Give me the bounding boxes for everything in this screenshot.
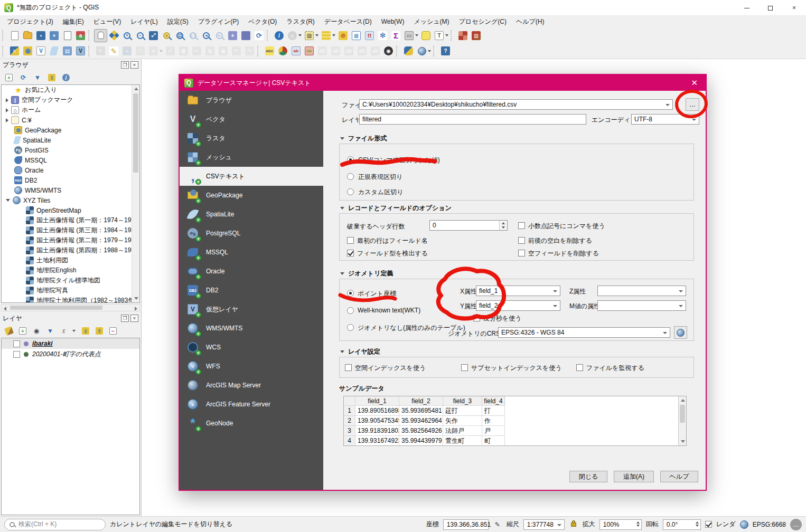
refresh-icon[interactable]: ⟳ (252, 29, 266, 42)
change-label-icon[interactable]: ab (342, 44, 355, 58)
discard-empty-fields-checkbox[interactable] (518, 250, 525, 256)
scale-select[interactable]: 1:377748 (523, 519, 565, 530)
help-contents-icon[interactable]: ? (439, 44, 452, 58)
browser-tree-item[interactable]: WMS/WMTS (2, 185, 132, 195)
zoom-out-icon[interactable]: − (134, 29, 147, 42)
properties-widget-icon[interactable]: i (61, 73, 71, 82)
menu-web[interactable]: Web(W) (377, 16, 409, 27)
regex-format-radio[interactable] (347, 173, 354, 180)
plugin-red-icon-2[interactable]: ▥ (470, 29, 483, 42)
pan-map-icon[interactable] (94, 29, 107, 42)
rotation-spinner[interactable]: 0.0° (663, 519, 701, 530)
new-bookmark-icon[interactable]: + (226, 29, 239, 42)
spin-up-icon[interactable] (502, 222, 505, 224)
browser-tree-item[interactable]: XYZ Tiles (2, 195, 132, 205)
new-geopackage-layer-icon[interactable] (21, 44, 34, 58)
menu-plugins[interactable]: プラグイン(P) (193, 16, 243, 28)
menu-edit[interactable]: 編集(E) (58, 16, 89, 28)
open-attribute-table-icon[interactable]: ▦ (350, 29, 363, 42)
zoom-to-layer-icon[interactable]: ▤ (173, 29, 186, 42)
rotate-label-icon[interactable]: ab (329, 44, 342, 58)
processing-options-icon[interactable]: ✻ (376, 29, 389, 42)
column-header[interactable]: field_4 (482, 396, 505, 406)
browser-tree-item[interactable]: 国土画像情報 (第二期：1979～1983 (2, 235, 132, 245)
new-shapefile-layer-icon[interactable]: V (34, 44, 48, 58)
first-row-fieldnames-checkbox[interactable] (347, 237, 354, 244)
layer-settings-section-header[interactable]: レイヤ設定 (340, 347, 380, 356)
dialog-sidebar-item-geonode[interactable]: *+GeoNode (180, 414, 323, 433)
vertex-tool-icon[interactable]: ⌖ (147, 44, 160, 58)
magnifier-spinner[interactable]: 100% (599, 519, 642, 530)
dialog-sidebar-item-postgresql[interactable]: Pg+PostgreSQL (180, 224, 323, 243)
dialog-sidebar-item-oracle[interactable]: +Oracle (180, 262, 323, 281)
menu-layer[interactable]: レイヤ(L) (126, 16, 163, 28)
spin-up-icon[interactable] (696, 521, 699, 524)
detect-field-types-checkbox[interactable] (347, 250, 354, 256)
table-vertical-scrollbar[interactable] (678, 396, 686, 445)
close-panel-icon[interactable]: × (130, 315, 138, 322)
dialog-sidebar-item-mesh[interactable]: +メッシュ (180, 148, 323, 167)
m-field-select[interactable] (597, 300, 686, 311)
zoom-last-icon[interactable]: ◂ (200, 29, 213, 42)
browser-tree-item[interactable]: 国土画像情報 (第四期：1988～1990 (2, 245, 132, 255)
collapse-all-icon[interactable]: ⇧ (47, 73, 57, 82)
dialog-sidebar-item-wcs[interactable]: +WCS (180, 338, 323, 357)
expander-icon[interactable] (6, 98, 8, 102)
paste-features-icon[interactable]: ▣ (217, 44, 230, 58)
column-header[interactable]: field_2 (399, 396, 443, 406)
spin-down-icon[interactable] (502, 226, 505, 229)
scroll-up-icon[interactable] (134, 88, 138, 90)
menu-database[interactable]: データベース(D) (320, 16, 377, 28)
watch-file-checkbox[interactable] (576, 364, 583, 371)
layer-name-input[interactable]: filtered (359, 114, 586, 125)
dialog-sidebar-item-arcgis-feature[interactable]: ▲ArcGIS Feature Server (180, 395, 323, 414)
scroll-left-icon[interactable] (4, 307, 6, 311)
style-manager-icon[interactable]: a (74, 29, 87, 42)
browser-tree-item[interactable]: 国土画像情報 (第三期：1984～1986 (2, 225, 132, 235)
close-panel-icon[interactable]: × (130, 61, 138, 69)
close-dialog-button[interactable]: 閉じる (569, 471, 607, 482)
float-panel-icon[interactable]: ❐ (121, 315, 129, 322)
geometry-section-header[interactable]: ジオメトリ定義 (340, 269, 393, 278)
help-button[interactable]: ヘルプ (660, 471, 698, 482)
field-calculator-icon[interactable]: ⁝⁝ (363, 29, 376, 42)
browser-tree-item[interactable]: GeoPackage (2, 125, 132, 135)
collapse-all-icon[interactable]: ⇧ (95, 326, 104, 336)
pan-to-selection-icon[interactable] (107, 29, 120, 42)
records-section-header[interactable]: レコードとフィールドのオプション (340, 204, 452, 213)
redo-icon[interactable]: ↷ (243, 44, 256, 58)
label-tool-icon-1[interactable]: ab (355, 44, 369, 58)
save-layer-edits-icon[interactable]: ▪ (120, 44, 134, 58)
filter-browser-icon[interactable]: ▼ (33, 73, 42, 82)
discard-header-spinner[interactable]: 0 (429, 220, 508, 231)
dms-checkbox[interactable] (473, 315, 480, 321)
coordinate-input[interactable]: 139.366,36.851 (443, 519, 489, 530)
dropdown-arrow-icon[interactable] (160, 50, 163, 52)
toolbar-grip[interactable] (88, 46, 92, 56)
file-format-section-header[interactable]: ファイル形式 (340, 134, 387, 143)
wkt-radio[interactable] (347, 307, 354, 314)
manage-map-themes-icon[interactable]: ◉ (32, 326, 41, 336)
browser-tree-item[interactable]: SpatiaLite (2, 135, 132, 145)
toolbar-grip[interactable] (433, 46, 437, 56)
scrollbar-thumb[interactable] (133, 93, 138, 173)
open-layer-styling-icon[interactable] (4, 326, 14, 336)
plugin-red-icon-1[interactable] (456, 29, 470, 42)
metasearch-icon[interactable]: ◉ (382, 44, 395, 58)
layer-visibility-checkbox[interactable] (13, 340, 20, 347)
browser-vertical-scrollbar[interactable] (132, 85, 139, 302)
spin-down-icon[interactable] (696, 525, 699, 527)
browser-tree-item[interactable]: 土地利用図 (2, 255, 132, 265)
add-feature-icon[interactable]: ⁘ (134, 44, 147, 58)
delete-selected-icon[interactable]: 🗑 (177, 44, 190, 58)
remove-layer-icon[interactable]: − (108, 326, 118, 336)
deselect-features-icon[interactable]: ⊘ (336, 29, 350, 42)
menu-processing[interactable]: プロセシング(C) (454, 16, 511, 28)
browser-horizontal-scrollbar[interactable] (1, 304, 140, 311)
chevron-down-icon[interactable] (666, 104, 670, 106)
toolbar-grip[interactable] (396, 46, 400, 56)
scroll-down-icon[interactable] (134, 297, 138, 300)
browser-tree-item[interactable]: ⌂ホーム (2, 105, 132, 115)
browser-tree-item[interactable]: MSSQL (2, 155, 132, 165)
project-properties-icon[interactable] (61, 29, 74, 42)
